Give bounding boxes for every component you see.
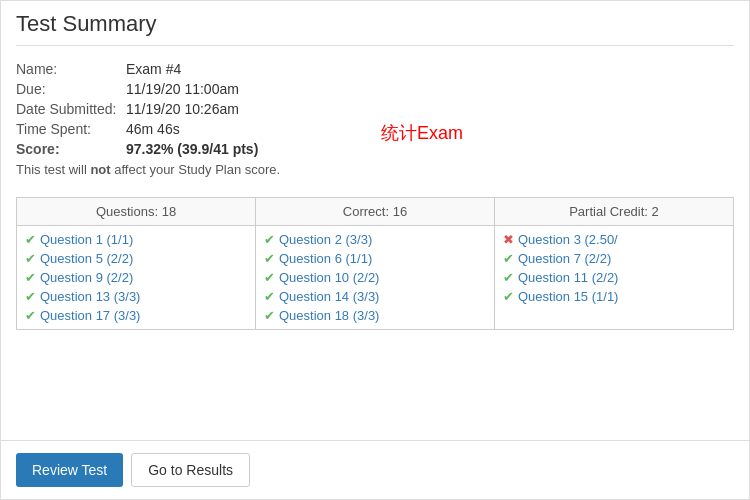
list-item: ✖ Question 3 (2.50/ bbox=[503, 230, 725, 249]
question-link-14[interactable]: Question 14 (3/3) bbox=[279, 289, 379, 304]
question-link-18[interactable]: Question 18 (3/3) bbox=[279, 308, 379, 323]
check-icon: ✔ bbox=[503, 289, 514, 304]
col1-header: Questions: 18 bbox=[17, 198, 256, 226]
time-spent-label: Time Spent: bbox=[16, 121, 126, 137]
col2-header: Correct: 16 bbox=[256, 198, 495, 226]
list-item: ✔ Question 9 (2/2) bbox=[25, 268, 247, 287]
date-submitted-label: Date Submitted: bbox=[16, 101, 126, 117]
list-item: ✔ Question 17 (3/3) bbox=[25, 306, 247, 325]
info-row-due: Due: 11/19/20 11:00am bbox=[16, 81, 734, 97]
go-to-results-button[interactable]: Go to Results bbox=[131, 453, 250, 487]
col2-questions: ✔ Question 2 (3/3) ✔ Question 6 (1/1) ✔ … bbox=[256, 226, 495, 330]
info-row-name: Name: Exam #4 bbox=[16, 61, 734, 77]
name-value: Exam #4 bbox=[126, 61, 181, 77]
col3-header: Partial Credit: 2 bbox=[495, 198, 734, 226]
summary-table: Questions: 18 Correct: 16 Partial Credit… bbox=[16, 197, 734, 330]
check-icon: ✔ bbox=[264, 232, 275, 247]
question-link-5[interactable]: Question 5 (2/2) bbox=[40, 251, 133, 266]
check-icon: ✔ bbox=[25, 232, 36, 247]
date-submitted-value: 11/19/20 10:26am bbox=[126, 101, 239, 117]
list-item: ✔ Question 7 (2/2) bbox=[503, 249, 725, 268]
questions-row: ✔ Question 1 (1/1) ✔ Question 5 (2/2) ✔ … bbox=[17, 226, 734, 330]
check-icon: ✔ bbox=[264, 289, 275, 304]
name-label: Name: bbox=[16, 61, 126, 77]
question-link-17[interactable]: Question 17 (3/3) bbox=[40, 308, 140, 323]
footer: Review Test Go to Results bbox=[1, 440, 749, 499]
list-item: ✔ Question 13 (3/3) bbox=[25, 287, 247, 306]
question-link-6[interactable]: Question 6 (1/1) bbox=[279, 251, 372, 266]
check-icon: ✔ bbox=[25, 270, 36, 285]
list-item: ✔ Question 14 (3/3) bbox=[264, 287, 486, 306]
due-value: 11/19/20 11:00am bbox=[126, 81, 239, 97]
question-link-9[interactable]: Question 9 (2/2) bbox=[40, 270, 133, 285]
study-plan-bold: not bbox=[90, 162, 110, 177]
review-test-button[interactable]: Review Test bbox=[16, 453, 123, 487]
info-row-time-spent: Time Spent: 46m 46s bbox=[16, 121, 734, 137]
check-icon: ✔ bbox=[503, 251, 514, 266]
question-link-11[interactable]: Question 11 (2/2) bbox=[518, 270, 618, 285]
question-link-1[interactable]: Question 1 (1/1) bbox=[40, 232, 133, 247]
list-item: ✔ Question 2 (3/3) bbox=[264, 230, 486, 249]
check-icon: ✔ bbox=[264, 270, 275, 285]
score-label: Score: bbox=[16, 141, 126, 157]
list-item: ✔ Question 1 (1/1) bbox=[25, 230, 247, 249]
check-icon: ✔ bbox=[25, 308, 36, 323]
col1-questions: ✔ Question 1 (1/1) ✔ Question 5 (2/2) ✔ … bbox=[17, 226, 256, 330]
score-value: 97.32% (39.9/41 pts) bbox=[126, 141, 258, 157]
list-item: ✔ Question 10 (2/2) bbox=[264, 268, 486, 287]
check-icon: ✔ bbox=[503, 270, 514, 285]
list-item: ✔ Question 11 (2/2) bbox=[503, 268, 725, 287]
list-item: ✔ Question 6 (1/1) bbox=[264, 249, 486, 268]
question-link-7[interactable]: Question 7 (2/2) bbox=[518, 251, 611, 266]
due-label: Due: bbox=[16, 81, 126, 97]
study-plan-before: This test will bbox=[16, 162, 90, 177]
check-icon: ✔ bbox=[25, 289, 36, 304]
question-link-13[interactable]: Question 13 (3/3) bbox=[40, 289, 140, 304]
check-icon: ✔ bbox=[264, 308, 275, 323]
check-icon: ✔ bbox=[25, 251, 36, 266]
page-title: Test Summary bbox=[16, 11, 734, 46]
info-row-score: Score: 97.32% (39.9/41 pts) bbox=[16, 141, 734, 157]
study-plan-after: affect your Study Plan score. bbox=[111, 162, 281, 177]
question-link-15[interactable]: Question 15 (1/1) bbox=[518, 289, 618, 304]
partial-icon: ✖ bbox=[503, 232, 514, 247]
list-item: ✔ Question 18 (3/3) bbox=[264, 306, 486, 325]
study-plan-note: This test will not affect your Study Pla… bbox=[16, 162, 734, 177]
question-link-3[interactable]: Question 3 (2.50/ bbox=[518, 232, 618, 247]
info-row-date-submitted: Date Submitted: 11/19/20 10:26am bbox=[16, 101, 734, 117]
list-item: ✔ Question 5 (2/2) bbox=[25, 249, 247, 268]
question-link-10[interactable]: Question 10 (2/2) bbox=[279, 270, 379, 285]
col3-questions: ✖ Question 3 (2.50/ ✔ Question 7 (2/2) ✔… bbox=[495, 226, 734, 330]
page-container: Test Summary Name: Exam #4 Due: 11/19/20… bbox=[0, 0, 750, 500]
list-item: ✔ Question 15 (1/1) bbox=[503, 287, 725, 306]
info-section: Name: Exam #4 Due: 11/19/20 11:00am Date… bbox=[16, 61, 734, 177]
check-icon: ✔ bbox=[264, 251, 275, 266]
time-spent-value: 46m 46s bbox=[126, 121, 180, 137]
question-link-2[interactable]: Question 2 (3/3) bbox=[279, 232, 372, 247]
